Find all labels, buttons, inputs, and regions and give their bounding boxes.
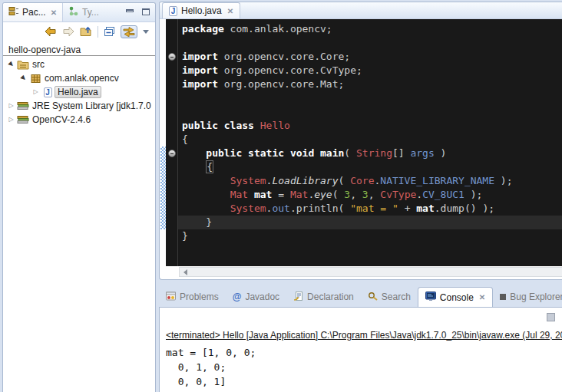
fold-collapse-icon[interactable] xyxy=(168,53,176,61)
tab-label: Ty... xyxy=(82,7,99,18)
console-toolbar-button[interactable] xyxy=(547,313,555,321)
forward-icon[interactable] xyxy=(62,26,74,37)
maximize-icon[interactable] xyxy=(142,8,150,15)
tab-label: Problems xyxy=(180,292,219,302)
view-menu-icon[interactable] xyxy=(143,30,149,34)
fold-collapse-icon[interactable] xyxy=(168,150,176,157)
code-line[interactable]: package com.anlak.opencv; xyxy=(182,22,562,36)
tab-label: Declaration xyxy=(307,292,354,302)
expand-arrow-icon[interactable]: ▷ xyxy=(31,85,41,99)
console-output-line: 0, 0, 1] xyxy=(166,374,562,389)
toolbar-separator xyxy=(98,26,98,38)
code-line[interactable]: public static void main( String[] args ) xyxy=(182,147,562,160)
console-body: <terminated> Hello [Java Application] C:… xyxy=(159,307,562,392)
tab-package-explorer[interactable]: Pac... ✕ xyxy=(3,3,63,21)
editor-horizontal-scrollbar[interactable] xyxy=(179,267,562,277)
problems-icon xyxy=(166,292,176,303)
editor-tabbar: J Hello.java ✕ xyxy=(160,2,562,19)
package-explorer-tabbar: Pac... ✕ Ty... xyxy=(3,3,155,22)
project-tree: hello-opencv-java▶src▶com.anlak.opencv▷J… xyxy=(3,41,155,127)
range-indicator-column xyxy=(160,19,166,266)
java-file-icon: J xyxy=(169,6,177,16)
console-icon xyxy=(425,292,436,304)
tab-declaration[interactable]: Declaration xyxy=(286,287,361,307)
code-line[interactable] xyxy=(182,36,562,50)
code-line[interactable]: public class Hello xyxy=(182,119,562,133)
tab-label: Pac... xyxy=(22,7,46,18)
tab-bug-explorer[interactable]: Bug Explorer xyxy=(493,287,562,307)
console-status-line: <terminated> Hello [Java Application] C:… xyxy=(166,330,562,341)
tree-item-src[interactable]: ▶src xyxy=(3,58,155,71)
console-output-line: mat = [1, 0, 0; xyxy=(166,345,562,360)
code-line-current[interactable]: } xyxy=(178,216,562,229)
code-line[interactable]: import org.opencv.core.Mat; xyxy=(182,77,562,91)
code-line[interactable]: Mat mat = Mat.eye( 3, 3, CvType.CV_8UC1 … xyxy=(182,188,562,202)
editor-tab-hello-java[interactable]: J Hello.java ✕ xyxy=(162,2,240,18)
folding-ruler xyxy=(166,19,178,266)
tree-item-hello-opencv-java[interactable]: hello-opencv-java xyxy=(3,44,155,56)
tab-search[interactable]: Search xyxy=(361,287,418,307)
view-window-buttons xyxy=(126,8,150,15)
expand-arrow-icon[interactable]: ▷ xyxy=(6,113,16,127)
console-output-line: 0, 1, 0; xyxy=(166,360,562,374)
expand-arrow-icon[interactable]: ▷ xyxy=(6,99,16,113)
tree-item-label: hello-opencv-java xyxy=(6,44,83,55)
tree-item-label: com.anlak.opencv xyxy=(42,73,121,84)
tab-type-hierarchy[interactable]: Ty... xyxy=(63,3,104,21)
scroll-left-icon[interactable] xyxy=(183,269,187,275)
editor-body: package com.anlak.opencv;import org.open… xyxy=(160,19,562,266)
package-explorer-icon xyxy=(8,6,19,18)
type-hierarchy-icon xyxy=(68,6,79,18)
library-icon xyxy=(16,101,30,111)
tab-label: Search xyxy=(382,292,411,302)
search-icon xyxy=(368,292,378,303)
tab-problems[interactable]: Problems xyxy=(159,287,226,307)
code-line[interactable]: System.out.println( "mat = " + mat.dump(… xyxy=(182,202,562,216)
bug-icon xyxy=(500,292,506,302)
tab-label: Javadoc xyxy=(245,292,279,302)
collapse-all-icon[interactable] xyxy=(104,27,115,37)
code-line[interactable]: } xyxy=(182,229,562,243)
tree-item-hello-java[interactable]: ▷JHello.java xyxy=(3,85,155,99)
back-icon[interactable] xyxy=(45,26,57,37)
tab-javadoc[interactable]: @Javadoc xyxy=(226,287,286,307)
code-line[interactable]: import org.opencv.core.CvType; xyxy=(182,64,562,77)
tab-label: Console xyxy=(440,292,474,303)
close-icon[interactable]: ✕ xyxy=(479,293,485,301)
up-icon[interactable] xyxy=(80,26,92,37)
tree-item-label: src xyxy=(30,59,47,70)
code-lines[interactable]: package com.anlak.opencv;import org.open… xyxy=(178,19,562,266)
method-range-indicator xyxy=(160,147,166,229)
minimize-icon[interactable] xyxy=(126,9,134,12)
editor-tab-label: Hello.java xyxy=(181,5,222,16)
tree-item-com-anlak-opencv[interactable]: ▶com.anlak.opencv xyxy=(3,71,155,85)
tree-item-jre-system-library-jdk1-7-0[interactable]: ▷JRE System Library [jdk1.7.0 xyxy=(3,99,155,113)
code-line[interactable]: import org.opencv.core.Core; xyxy=(182,50,562,64)
declaration-icon xyxy=(293,292,303,303)
editor-group: J Hello.java ✕ package com.anlak.opencv;… xyxy=(159,2,562,280)
code-line[interactable] xyxy=(182,105,562,119)
code-line[interactable]: System.LoadLibrary( Core.NATIVE_LIBRARY_… xyxy=(182,174,562,188)
console-tabbar: Problems@JavadocDeclarationSearchConsole… xyxy=(159,287,562,307)
tree-item-opencv-2-4-6[interactable]: ▷OpenCV-2.4.6 xyxy=(3,113,155,127)
tab-label: Bug Explorer xyxy=(510,292,562,302)
tree-item-label: JRE System Library [jdk1.7.0 xyxy=(30,100,154,111)
java-file-icon: J xyxy=(41,87,55,97)
tree-item-label: OpenCV-2.4.6 xyxy=(30,114,93,125)
tree-item-label: Hello.java xyxy=(55,86,101,98)
console-output[interactable]: mat = [1, 0, 0; 0, 1, 0; 0, 0, 1] xyxy=(166,345,562,392)
javadoc-icon: @ xyxy=(233,292,242,302)
code-line[interactable] xyxy=(182,91,562,105)
package-explorer-panel: Pac... ✕ Ty... hello-opencv-java▶src▶com… xyxy=(2,2,156,392)
library-icon xyxy=(16,115,30,125)
code-line[interactable]: { xyxy=(182,160,562,174)
link-with-editor-icon[interactable] xyxy=(121,25,137,38)
close-icon[interactable]: ✕ xyxy=(51,8,57,17)
console-panel: Problems@JavadocDeclarationSearchConsole… xyxy=(159,287,562,392)
close-icon[interactable]: ✕ xyxy=(227,7,233,15)
tab-console[interactable]: Console✕ xyxy=(418,287,493,307)
code-line[interactable]: { xyxy=(182,133,562,147)
package-explorer-toolbar xyxy=(3,22,155,41)
